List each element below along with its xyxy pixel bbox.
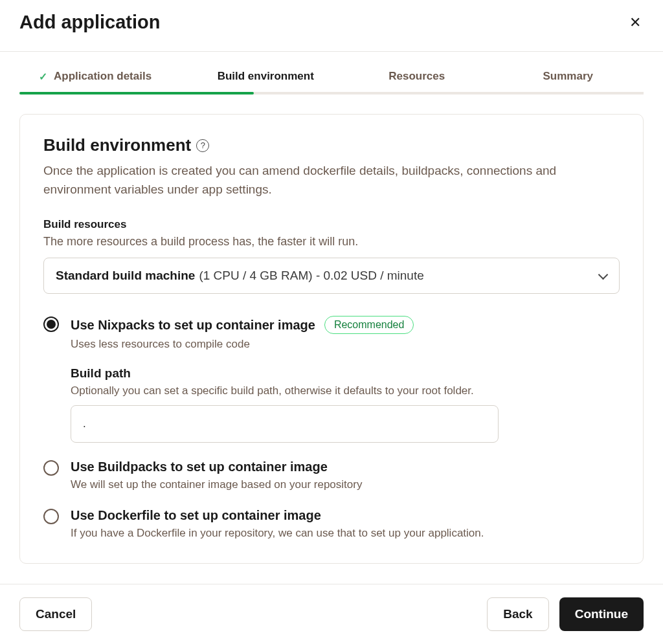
recommended-badge: Recommended — [324, 316, 414, 334]
step-summary[interactable]: Summary — [493, 70, 644, 92]
step-build-environment[interactable]: Build environment — [190, 70, 342, 92]
help-icon[interactable]: ? — [196, 139, 209, 152]
radio-nixpacks[interactable] — [43, 316, 59, 332]
step-label: Build environment — [218, 70, 314, 83]
step-label: Application details — [54, 70, 152, 83]
machine-name: Standard build machine — [56, 269, 195, 283]
continue-button[interactable]: Continue — [559, 597, 644, 631]
modal-header: Add application ✕ — [0, 0, 663, 52]
radio-buildpacks[interactable] — [43, 460, 59, 476]
build-resources-label: Build resources — [43, 218, 620, 231]
radio-desc: If you have a Dockerfile in your reposit… — [71, 527, 620, 540]
radio-title-row: Use Buildpacks to set up container image — [71, 460, 620, 474]
radio-title-row: Use Dockerfile to set up container image — [71, 508, 620, 523]
footer-right: Back Continue — [487, 597, 644, 631]
section-title-row: Build environment ? — [43, 135, 620, 155]
close-icon: ✕ — [629, 14, 641, 30]
machine-detail: (1 CPU / 4 GB RAM) - 0.02 USD / minute — [199, 269, 423, 283]
build-machine-select[interactable]: Standard build machine (1 CPU / 4 GB RAM… — [43, 258, 620, 294]
build-path-label: Build path — [71, 366, 620, 381]
build-path-desc: Optionally you can set a specific build … — [71, 384, 620, 397]
radio-option-nixpacks: Use Nixpacks to set up container image R… — [43, 316, 620, 443]
radio-content: Use Dockerfile to set up container image… — [71, 508, 620, 540]
select-label: Standard build machine (1 CPU / 4 GB RAM… — [56, 269, 424, 283]
modal-title: Add application — [19, 12, 161, 33]
close-button[interactable]: ✕ — [627, 13, 644, 32]
step-application-details[interactable]: ✓ Application details — [19, 70, 190, 92]
check-icon: ✓ — [39, 71, 47, 83]
section-description: Once the application is created you can … — [43, 162, 620, 199]
radio-content: Use Buildpacks to set up container image… — [71, 460, 620, 491]
modal-footer: Cancel Back Continue — [0, 584, 663, 644]
step-resources[interactable]: Resources — [341, 70, 493, 92]
build-path-input[interactable] — [71, 405, 499, 443]
back-button[interactable]: Back — [487, 597, 548, 631]
radio-title: Use Nixpacks to set up container image — [71, 318, 315, 333]
radio-desc: We will set up the container image based… — [71, 478, 620, 491]
cancel-button[interactable]: Cancel — [19, 597, 92, 631]
step-label: Summary — [543, 70, 593, 83]
radio-desc: Uses less resources to compile code — [71, 338, 620, 351]
radio-title: Use Buildpacks to set up container image — [71, 460, 328, 474]
radio-title: Use Dockerfile to set up container image — [71, 508, 321, 523]
stepper: ✓ Application details Build environment … — [19, 70, 644, 94]
radio-title-row: Use Nixpacks to set up container image R… — [71, 316, 620, 334]
stepper-progress-bar — [19, 92, 254, 94]
build-method-radio-group: Use Nixpacks to set up container image R… — [43, 316, 620, 540]
section-title: Build environment — [43, 135, 191, 155]
build-path-section: Build path Optionally you can set a spec… — [71, 366, 620, 443]
build-resources-desc: The more resources a build process has, … — [43, 235, 620, 249]
chevron-down-icon — [598, 271, 607, 280]
build-environment-card: Build environment ? Once the application… — [19, 114, 644, 564]
radio-dockerfile[interactable] — [43, 509, 59, 524]
radio-option-dockerfile: Use Dockerfile to set up container image… — [43, 508, 620, 540]
radio-content: Use Nixpacks to set up container image R… — [71, 316, 620, 443]
radio-option-buildpacks: Use Buildpacks to set up container image… — [43, 460, 620, 491]
step-label: Resources — [388, 70, 445, 83]
